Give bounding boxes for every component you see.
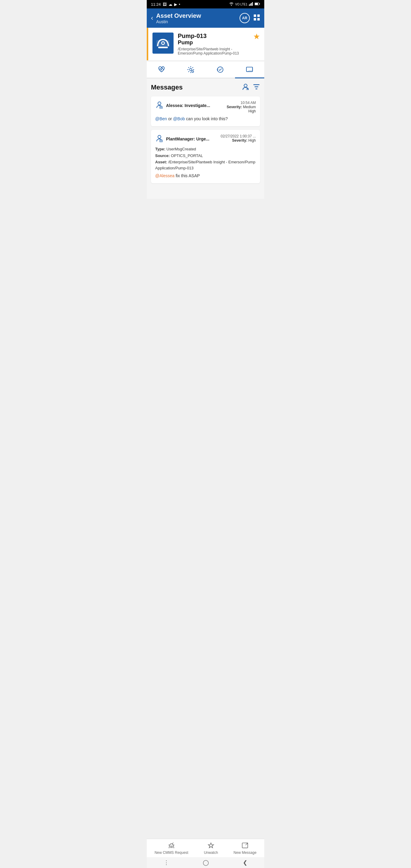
- contact-icon[interactable]: [241, 83, 250, 92]
- youtube-icon: ▶: [174, 2, 177, 7]
- svg-rect-14: [158, 47, 168, 48]
- tab-status[interactable]: [205, 61, 235, 78]
- messages-title: Messages: [151, 84, 183, 91]
- grid-icon[interactable]: [253, 14, 260, 22]
- star-icon[interactable]: ★: [253, 32, 260, 41]
- svg-rect-3: [252, 2, 253, 6]
- svg-point-22: [158, 102, 161, 105]
- messages-section: Messages: [147, 79, 264, 199]
- cloud-icon: ☁: [168, 2, 172, 7]
- svg-point-15: [190, 68, 192, 70]
- status-bar-left: 11:24 🖼 ☁ ▶ •: [151, 2, 180, 7]
- asset-card: Pump-013 Pump /Enterprise/Site/Plantweb …: [147, 28, 264, 60]
- battery-icon: [255, 2, 260, 7]
- message-timestamp: 10:54 AM: [227, 101, 256, 105]
- dot-icon: •: [179, 2, 181, 7]
- message-card[interactable]: Alessea: Investigate... 10:54 AM Severit…: [151, 96, 260, 126]
- volte-icon: VO LTE1: [235, 3, 247, 6]
- message-timestamp: 02/27/2022 1:00:37 ...: [221, 134, 256, 138]
- message-body: @Ben or @Bob can you look into this?: [155, 116, 256, 122]
- asset-name: Pump-013: [178, 33, 247, 39]
- svg-rect-2: [251, 3, 252, 6]
- svg-rect-23: [160, 106, 162, 108]
- asset-path: /Enterprise/Site/Plantweb Insight - Emer…: [178, 47, 247, 56]
- tab-configure[interactable]: [176, 61, 206, 78]
- svg-rect-5: [255, 3, 258, 5]
- svg-rect-25: [160, 140, 162, 142]
- user-avatar[interactable]: AR: [240, 13, 250, 23]
- signal-icon: [249, 2, 253, 7]
- page-title: Asset Overview: [156, 12, 240, 19]
- status-time: 11:24: [151, 2, 161, 7]
- svg-rect-8: [257, 14, 260, 17]
- app-header: ‹ Asset Overview Austin AR: [147, 8, 264, 28]
- message-sender: PlantManager: Urge...: [166, 136, 210, 141]
- filter-icon[interactable]: [253, 83, 260, 92]
- svg-rect-0: [249, 4, 250, 6]
- sender-icon: [155, 101, 164, 110]
- svg-rect-10: [257, 18, 260, 21]
- tab-messages[interactable]: [235, 61, 264, 78]
- svg-point-13: [162, 42, 164, 44]
- tab-health[interactable]: [147, 61, 176, 78]
- status-bar: 11:24 🖼 ☁ ▶ • VO LTE1: [147, 0, 264, 8]
- svg-rect-21: [246, 88, 249, 90]
- page-subtitle: Austin: [156, 19, 240, 24]
- mention-alessea: @Alessea: [155, 173, 175, 178]
- sender-icon: [155, 134, 164, 144]
- status-bar-right: VO LTE1: [229, 2, 260, 7]
- back-button[interactable]: ‹: [151, 14, 153, 22]
- svg-rect-1: [250, 4, 251, 6]
- asset-logo: [153, 33, 173, 54]
- message-card[interactable]: PlantManager: Urge... 02/27/2022 1:00:37…: [151, 130, 260, 183]
- message-body: Type: UserMsgCreated Source: OPTICS_PORT…: [155, 146, 256, 179]
- svg-point-20: [244, 84, 247, 87]
- svg-point-24: [158, 135, 161, 138]
- photo-icon: 🖼: [163, 2, 167, 7]
- mention-bob: @Bob: [173, 116, 185, 121]
- wifi-icon: [229, 2, 234, 7]
- svg-rect-7: [254, 14, 256, 17]
- asset-type: Pump: [178, 39, 247, 46]
- svg-rect-6: [259, 3, 260, 4]
- svg-rect-9: [254, 18, 256, 21]
- messages-header: Messages: [151, 83, 260, 92]
- tab-bar: [147, 61, 264, 79]
- message-sender: Alessea: Investigate...: [166, 103, 210, 108]
- mention-ben: @Ben: [155, 116, 167, 121]
